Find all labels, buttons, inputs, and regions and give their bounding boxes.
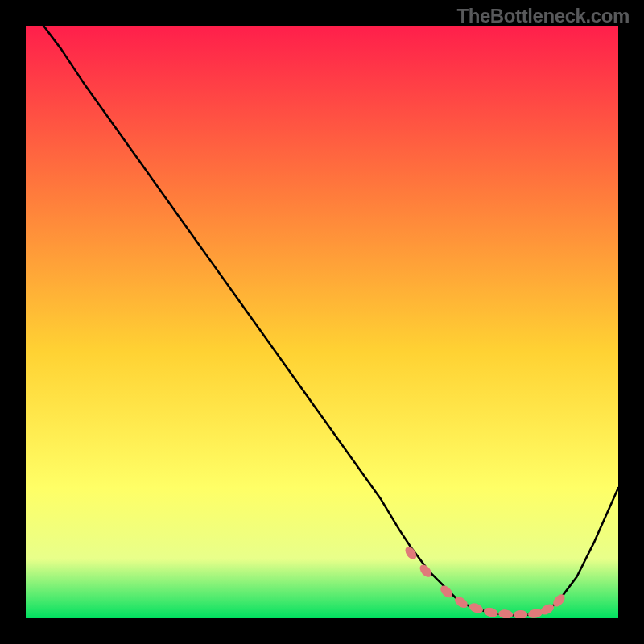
gradient-bg	[26, 26, 618, 618]
plot-area	[26, 26, 618, 618]
watermark-text: TheBottleneck.com	[456, 5, 630, 27]
chart-frame: TheBottleneck.com	[0, 0, 644, 644]
chart-svg	[26, 26, 618, 618]
